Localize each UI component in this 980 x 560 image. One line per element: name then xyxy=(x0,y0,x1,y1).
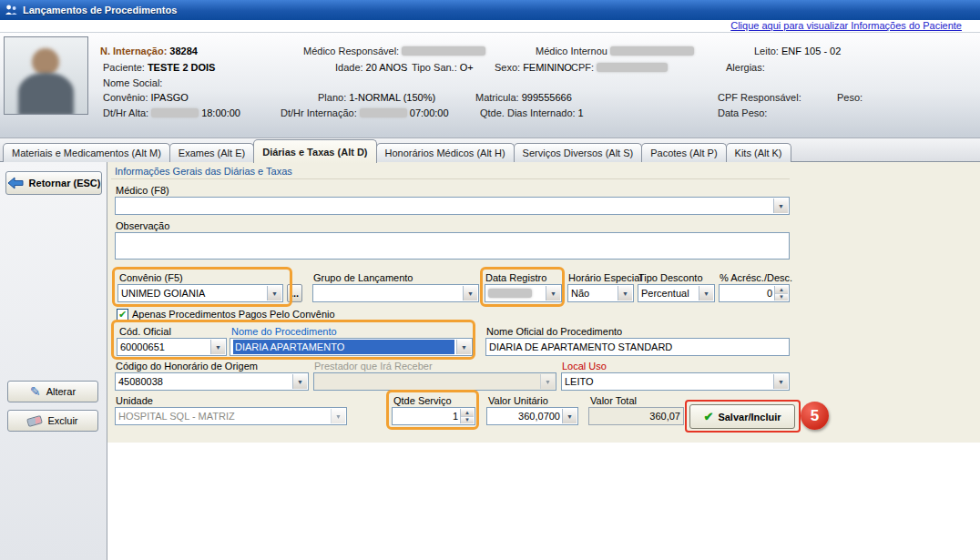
cod-honorario-value: 45080038 xyxy=(118,376,163,387)
data-registro-combobox[interactable]: ▼ xyxy=(485,284,562,302)
horario-especial-label: Horário Especial xyxy=(568,272,642,283)
redacted-value xyxy=(610,46,694,56)
local-uso-combobox[interactable]: LEITO ▼ xyxy=(561,372,790,391)
salvar-incluir-label: Salvar/Incluir xyxy=(718,412,781,423)
spin-up-icon[interactable]: ▲ xyxy=(461,409,474,417)
tipo-desconto-value: Percentual xyxy=(641,288,689,299)
sexo-value: FEMININO xyxy=(523,62,572,73)
tab-servicos-diversos[interactable]: Serviços Diversos (Alt S) xyxy=(514,143,643,162)
cod-oficial-combobox[interactable]: 60000651 ▼ xyxy=(117,338,227,356)
data-registro-label: Data Registro xyxy=(485,272,546,283)
convenio-combobox[interactable]: UNIMED GOIANIA ▼ xyxy=(117,284,283,302)
grid-body[interactable] xyxy=(107,458,980,560)
back-arrow-icon xyxy=(7,177,24,189)
observacao-input[interactable] xyxy=(115,232,790,260)
medico-responsavel-label: Médico Responsável: xyxy=(303,46,399,56)
chevron-down-icon[interactable]: ▼ xyxy=(773,374,788,389)
unidade-combobox[interactable]: HOSPITAL SQL - MATRIZ ▼ xyxy=(115,407,347,425)
grupo-lancamento-label: Grupo de Lançamento xyxy=(313,272,413,283)
nome-oficial-label: Nome Oficial do Procedimento xyxy=(486,326,622,337)
plano-value: 1-NORMAL (150%) xyxy=(349,92,435,103)
acresc-desc-value: 0 xyxy=(767,288,772,299)
convenio-f5-label: Convênio (F5) xyxy=(119,272,183,283)
chevron-down-icon[interactable]: ▼ xyxy=(463,286,477,300)
chevron-down-icon[interactable]: ▼ xyxy=(546,286,560,300)
tab-honorarios-medicos[interactable]: Honorários Médicos (Alt H) xyxy=(376,143,515,162)
dthr-internacao-label: Dt/Hr Internação: xyxy=(281,107,357,118)
nome-procedimento-combobox[interactable]: DIARIA APARTAMENTO ▼ xyxy=(230,338,473,356)
grupo-lancamento-combobox[interactable]: ▼ xyxy=(312,284,479,302)
idade-value: 20 ANOS xyxy=(366,62,408,73)
apenas-pagos-checkbox[interactable]: ✔ xyxy=(117,309,128,321)
field-matricula: Matricula: 999555666 xyxy=(475,92,572,103)
horario-especial-combobox[interactable]: Não ▼ xyxy=(567,284,634,302)
field-sexo: Sexo: FEMININO xyxy=(495,62,572,73)
alterar-button[interactable]: ✎ Alterar xyxy=(7,381,98,402)
medico-combobox[interactable]: ▼ xyxy=(115,197,790,215)
tipo-san-value: O+ xyxy=(460,62,474,73)
dthr-internacao-hora: 07:00:00 xyxy=(410,107,449,118)
tab-pacotes[interactable]: Pacotes (Alt P) xyxy=(641,143,726,162)
valor-unitario-label: Valor Unitário xyxy=(488,395,548,406)
tab-materiais-medicamentos[interactable]: Materiais e Medicamentos (Alt M) xyxy=(3,143,170,162)
field-convenio: Convênio: IPASGO xyxy=(103,92,189,103)
tab-diarias-taxas[interactable]: Diárias e Taxas (Alt D) xyxy=(253,139,376,163)
convenio-value: IPASGO xyxy=(151,92,189,103)
step-badge: 5 xyxy=(801,402,829,430)
qtde-servico-stepper[interactable]: 1 ▲▼ xyxy=(392,407,475,425)
chevron-down-icon[interactable]: ▼ xyxy=(210,340,225,354)
qtde-servico-label: Qtde Serviço xyxy=(393,395,452,406)
chevron-down-icon[interactable]: ▼ xyxy=(618,286,632,300)
spinner-buttons[interactable]: ▲▼ xyxy=(774,286,788,300)
local-uso-value: LEITO xyxy=(565,376,594,387)
checkmark-icon: ✔ xyxy=(118,310,127,320)
field-idade: Idade: 20 ANOS xyxy=(335,62,407,73)
chevron-down-icon[interactable]: ▼ xyxy=(456,340,471,354)
chevron-down-icon[interactable]: ▼ xyxy=(773,199,788,213)
chevron-down-icon[interactable]: ▼ xyxy=(292,374,307,389)
app-icon xyxy=(5,4,17,16)
plano-label: Plano: xyxy=(318,92,346,103)
field-medico-internou: Médico Internou xyxy=(536,46,694,56)
unidade-value: HOSPITAL SQL - MATRIZ xyxy=(118,411,235,422)
tab-kits[interactable]: Kits (Alt K) xyxy=(726,143,791,162)
tipo-desconto-label: Tipo Desconto xyxy=(638,272,703,283)
redacted-value xyxy=(488,289,532,298)
valor-unitario-combobox[interactable]: 360,0700 ▼ xyxy=(486,407,578,425)
chevron-down-icon[interactable]: ▼ xyxy=(699,286,713,300)
chevron-down-icon[interactable]: ▼ xyxy=(562,409,577,423)
window-title: Lançamentos de Procedimentos xyxy=(23,5,177,15)
qtde-dias-value: 1 xyxy=(578,107,584,118)
field-leito: Leito: ENF 105 - 02 xyxy=(754,46,841,56)
peso-label: Peso: xyxy=(837,92,863,103)
spinner-buttons[interactable]: ▲▼ xyxy=(460,409,474,423)
tab-strip: Materiais e Medicamentos (Alt M) Exames … xyxy=(3,138,791,162)
acresc-desc-stepper[interactable]: 0 ▲▼ xyxy=(719,284,790,302)
photo-body-shape xyxy=(18,73,75,115)
photo-head-shape xyxy=(32,48,59,76)
patient-info-link[interactable]: Clique aqui para visualizar Informações … xyxy=(730,20,962,31)
redacted-value xyxy=(360,108,407,117)
nome-oficial-input[interactable]: DIARIA DE APARTAMENTO STANDARD xyxy=(485,338,790,356)
data-peso-label: Data Peso: xyxy=(718,107,767,118)
excluir-button[interactable]: Excluir xyxy=(7,410,98,432)
acresc-desc-label: % Acrésc./Desc. xyxy=(720,272,792,283)
n-internacao-label: N. Internação: xyxy=(100,46,167,56)
salvar-incluir-button[interactable]: ✔ Salvar/Incluir xyxy=(689,404,795,429)
cod-honorario-combobox[interactable]: 45080038 ▼ xyxy=(115,372,309,391)
spin-down-icon[interactable]: ▼ xyxy=(461,417,474,424)
cpf-responsavel-label: CPF Responsável: xyxy=(718,92,801,103)
chevron-down-icon[interactable]: ▼ xyxy=(267,286,281,300)
field-n-internacao: N. Internação: 38284 xyxy=(100,46,198,56)
redacted-value xyxy=(151,108,199,117)
chevron-down-icon: ▼ xyxy=(540,374,555,389)
spin-up-icon[interactable]: ▲ xyxy=(775,286,788,294)
field-qtde-dias: Qtde. Dias Internado: 1 xyxy=(480,107,584,118)
tipo-desconto-combobox[interactable]: Percentual ▼ xyxy=(638,284,715,302)
spin-down-icon[interactable]: ▼ xyxy=(775,294,788,301)
valor-unitario-value: 360,0700 xyxy=(518,411,560,422)
convenio-lookup-button[interactable]: ... xyxy=(287,284,302,302)
tab-exames[interactable]: Exames (Alt E) xyxy=(169,143,254,162)
retornar-button[interactable]: Retornar (ESC) xyxy=(5,171,102,195)
field-cpf: CPF: xyxy=(571,62,668,73)
